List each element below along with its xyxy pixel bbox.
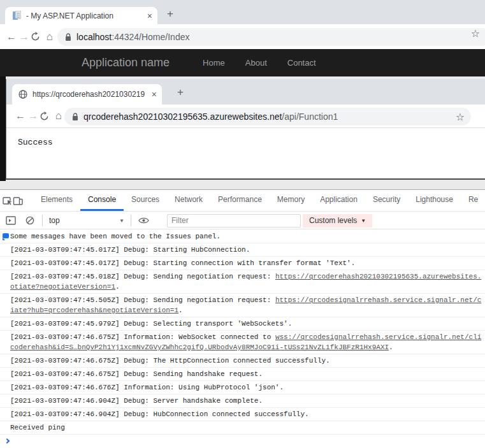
lock-icon[interactable] xyxy=(65,33,71,41)
devtools-tab-lighthouse[interactable]: Lighthouse xyxy=(408,190,461,211)
javascript-context-dropdown[interactable]: top ▼ xyxy=(49,216,124,225)
console-text: [2021-03-03T09:47:45.505Z] Debug: Sendin… xyxy=(10,296,275,304)
console-text: [2021-03-03T09:47:46.904Z] Debug: HubCon… xyxy=(10,410,309,418)
site-navbar: Application name HomeAboutContact xyxy=(0,49,485,76)
console-text: . xyxy=(115,283,120,291)
browser2-tab[interactable]: https://qrcoderehash2021030219 × xyxy=(12,84,162,105)
devtools-tab-security[interactable]: Security xyxy=(365,190,408,211)
console-toolbar: top ▼ Custom levels ▼ xyxy=(0,212,485,229)
console-text: Some messages have been moved to the Iss… xyxy=(10,233,221,240)
console-message: Some messages have been moved to the Iss… xyxy=(0,230,485,243)
chevron-down-icon: ▼ xyxy=(119,218,124,224)
console-text: [2021-03-03T09:47:45.017Z] Debug: Starti… xyxy=(10,246,250,254)
home-icon[interactable]: ⌂ xyxy=(52,110,65,122)
console-message: [2021-03-03T09:47:46.675Z] Debug: Sendin… xyxy=(0,368,485,381)
lock-icon[interactable] xyxy=(72,113,78,121)
custom-levels-button[interactable]: Custom levels ▼ xyxy=(303,214,372,228)
console-link[interactable]: https://qrcoderehash20210302195635.azure… xyxy=(275,273,481,280)
browser2-url: qrcoderehash20210302195635.azurewebsites… xyxy=(83,112,456,122)
new-tab-button[interactable]: + xyxy=(177,87,184,98)
console-message: [2021-03-03T09:47:45.017Z] Debug: Starti… xyxy=(0,257,485,270)
devtools-tab-application[interactable]: Application xyxy=(312,190,365,211)
console-message: [2021-03-03T09:47:46.675Z] Debug: The Ht… xyxy=(0,354,485,368)
console-text: [2021-03-03T09:47:46.675Z] Debug: The Ht… xyxy=(10,357,330,365)
devtools-tab-sources[interactable]: Sources xyxy=(124,190,167,211)
console-text: [2021-03-03T09:47:46.904Z] Debug: Server… xyxy=(10,397,263,405)
toolbar-separator xyxy=(42,215,43,226)
console-message: [2021-03-03T09:47:46.904Z] Debug: HubCon… xyxy=(0,408,485,421)
site-nav-link-contact[interactable]: Contact xyxy=(277,58,326,68)
browser2-tab-strip: https://qrcoderehash2021030219 × + xyxy=(6,79,485,105)
site-nav-link-about[interactable]: About xyxy=(235,58,277,68)
console-sidebar-icon[interactable] xyxy=(1,216,20,225)
console-link[interactable]: coderehash&id=S…bnQvP2h1Yj1xcmNvZGVyZWhh… xyxy=(10,343,389,351)
live-expression-eye-icon[interactable] xyxy=(134,217,153,224)
console-link[interactable]: https://qrcodesignalrrehash.service.sign… xyxy=(275,296,481,304)
site-brand[interactable]: Application name xyxy=(82,56,170,69)
toolbar-separator xyxy=(131,215,131,226)
browser2-page-content: Success xyxy=(6,129,485,180)
site-nav-links: HomeAboutContact xyxy=(192,58,326,68)
browser1-address-bar[interactable]: localhost:44324/Home/Index xyxy=(57,28,485,46)
bookmark-star-icon[interactable]: ☆ xyxy=(471,27,480,40)
tab-close-icon[interactable]: × xyxy=(147,11,152,20)
site-nav-link-home[interactable]: Home xyxy=(192,58,235,68)
back-icon[interactable]: ← xyxy=(14,110,27,122)
console-message: [2021-03-03T09:47:45.505Z] Debug: Sendin… xyxy=(0,294,485,317)
reload-icon[interactable] xyxy=(40,112,52,121)
console-messages: Some messages have been moved to the Iss… xyxy=(0,230,485,448)
tab-close-icon[interactable]: × xyxy=(152,90,157,99)
devtools-tab-re[interactable]: Re xyxy=(461,190,485,211)
devtools-tab-memory[interactable]: Memory xyxy=(270,190,312,211)
forward-icon[interactable]: → xyxy=(18,31,31,43)
console-text: [2021-03-03T09:47:45.018Z] Debug: Sendin… xyxy=(10,273,275,280)
browser2-tab-title: https://qrcoderehash2021030219 xyxy=(33,90,148,99)
devtools-tab-performance[interactable]: Performance xyxy=(210,190,270,211)
browser1-tab[interactable]: - My ASP.NET Application × xyxy=(5,7,157,24)
forward-icon[interactable]: → xyxy=(27,110,40,122)
globe-icon xyxy=(18,90,27,99)
console-message: [2021-03-03T09:47:46.904Z] Debug: Server… xyxy=(0,394,485,408)
api-response-text: Success xyxy=(18,138,53,147)
issues-bubble-icon[interactable] xyxy=(3,233,9,239)
console-link[interactable]: iate?hub=qrcoderehash&negotiateVersion=1 xyxy=(10,307,178,314)
embedded-browser-screenshot: https://qrcoderehash2021030219 × + ← → ⌂… xyxy=(6,79,485,180)
devtools-tab-network[interactable]: Network xyxy=(167,190,210,211)
bookmark-star-icon[interactable]: ☆ xyxy=(456,111,465,123)
toggle-device-toolbar-icon[interactable] xyxy=(13,190,23,211)
browser1-tab-title: - My ASP.NET Application xyxy=(26,11,143,20)
console-text: [2021-03-03T09:47:45.017Z] Debug: Starti… xyxy=(10,259,355,267)
browser2-address-bar[interactable]: qrcoderehash20210302195635.azurewebsites… xyxy=(64,108,471,126)
browser1-toolbar: ← → ⌂ localhost:44324/Home/Index ☆ xyxy=(0,24,485,49)
console-message: [2021-03-03T09:47:46.676Z] Information: … xyxy=(0,381,485,394)
new-tab-button[interactable]: + xyxy=(167,8,173,19)
console-message: [2021-03-03T09:47:45.018Z] Debug: Sendin… xyxy=(0,270,485,294)
inspect-element-icon[interactable] xyxy=(3,190,13,211)
console-text: [2021-03-03T09:47:46.676Z] Information: … xyxy=(10,384,284,391)
page-left-strip xyxy=(0,76,6,181)
console-link[interactable]: otiate?negotiateVersion=1 xyxy=(10,283,115,291)
browser1-url: localhost:44324/Home/Index xyxy=(76,32,189,42)
custom-levels-label: Custom levels xyxy=(309,216,357,225)
console-text: Received ping xyxy=(10,424,65,431)
clear-console-icon[interactable] xyxy=(20,216,40,225)
home-icon[interactable]: ⌂ xyxy=(43,31,56,43)
console-link[interactable]: wss://qrcodesignalrrehash.service.signal… xyxy=(275,333,481,341)
console-text: . xyxy=(178,307,183,314)
console-prompt-chevron-icon xyxy=(4,438,10,444)
console-text: [2021-03-03T09:47:46.675Z] Debug: Sendin… xyxy=(10,370,263,378)
console-message: [2021-03-03T09:47:46.675Z] Information: … xyxy=(0,331,485,354)
console-prompt[interactable] xyxy=(0,435,485,448)
console-filter-input[interactable] xyxy=(167,214,301,228)
back-icon[interactable]: ← xyxy=(5,31,18,43)
reload-icon[interactable] xyxy=(31,32,43,41)
console-message: Received ping xyxy=(0,421,485,435)
devtools-panel: ElementsConsoleSourcesNetworkPerformance… xyxy=(0,189,485,448)
devtools-tab-elements[interactable]: Elements xyxy=(33,190,80,211)
console-text: [2021-03-03T09:47:46.675Z] Information: … xyxy=(10,333,275,341)
devtools-tab-console[interactable]: Console xyxy=(80,190,124,211)
devtools-tab-bar: ElementsConsoleSourcesNetworkPerformance… xyxy=(0,190,485,212)
console-text: . xyxy=(389,343,393,351)
devtools-tabs: ElementsConsoleSourcesNetworkPerformance… xyxy=(33,190,485,211)
console-message: [2021-03-03T09:47:45.017Z] Debug: Starti… xyxy=(0,243,485,257)
